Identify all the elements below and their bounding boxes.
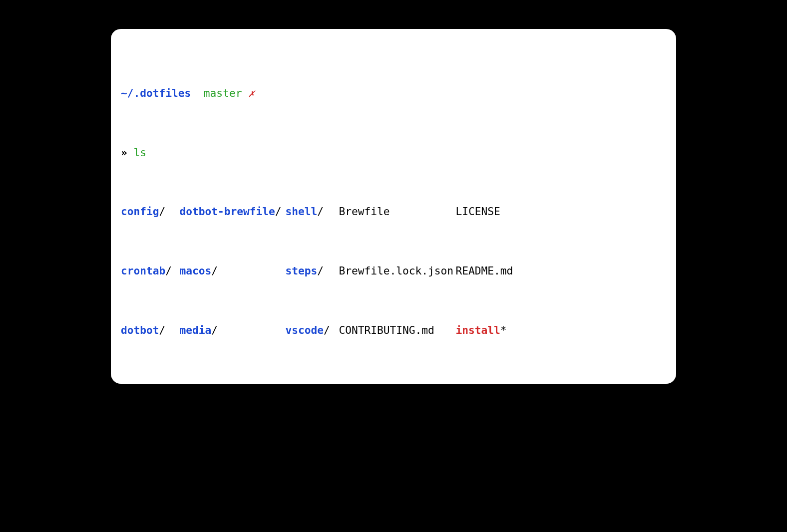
path-separator: / — [127, 87, 134, 99]
ls-item: shell — [285, 205, 317, 218]
ls-item: README.md — [455, 265, 513, 277]
ls-item: crontab — [121, 265, 165, 277]
ls-row-0: config/dotbot-brewfile/shell/BrewfileLIC… — [121, 206, 666, 218]
ls-item: CONTRIBUTING.md — [339, 324, 434, 336]
git-branch: master — [204, 87, 242, 99]
ls-item: dotbot-brewfile — [179, 205, 275, 218]
ls-item: Brewfile.lock.json — [339, 265, 453, 277]
ls-item: LICENSE — [455, 205, 500, 218]
ls-suffix: / — [317, 265, 324, 277]
ls-item: dotbot — [121, 324, 159, 336]
terminal-window: ~/.dotfiles master ✗ » ls config/dotbot-… — [111, 29, 676, 384]
typed-command: ls — [134, 146, 147, 159]
prompt-line-1-cmd: » ls — [121, 147, 666, 159]
ls-item: Brewfile — [339, 205, 390, 218]
ls-suffix: / — [165, 265, 172, 277]
ls-suffix: / — [159, 324, 166, 336]
ls-suffix: / — [159, 205, 166, 218]
ls-item: macos — [179, 265, 211, 277]
git-dirty-mark: ✗ — [248, 87, 255, 99]
ls-suffix: / — [211, 324, 218, 336]
ls-suffix: * — [500, 324, 507, 336]
terminal-content[interactable]: ~/.dotfiles master ✗ » ls config/dotbot-… — [121, 40, 666, 384]
ls-suffix: / — [211, 265, 218, 277]
ls-suffix: / — [317, 205, 324, 218]
ls-row-2: dotbot/media/vscode/CONTRIBUTING.mdinsta… — [121, 324, 666, 336]
ls-item: config — [121, 205, 159, 218]
ls-row-1: crontab/macos/steps/Brewfile.lock.jsonRE… — [121, 265, 666, 277]
ls-item: steps — [285, 265, 317, 277]
ls-suffix: / — [275, 205, 282, 218]
path-directory: .dotfiles — [134, 87, 191, 99]
ls-item: media — [179, 324, 211, 336]
ls-item: vscode — [285, 324, 324, 336]
ls-suffix: / — [324, 324, 330, 336]
prompt-line-1-path: ~/.dotfiles master ✗ — [121, 87, 666, 99]
ls-item-executable: install — [455, 324, 500, 336]
prompt-symbol: » — [121, 146, 127, 159]
blank-line — [121, 372, 666, 384]
path-tilde: ~ — [121, 87, 127, 99]
